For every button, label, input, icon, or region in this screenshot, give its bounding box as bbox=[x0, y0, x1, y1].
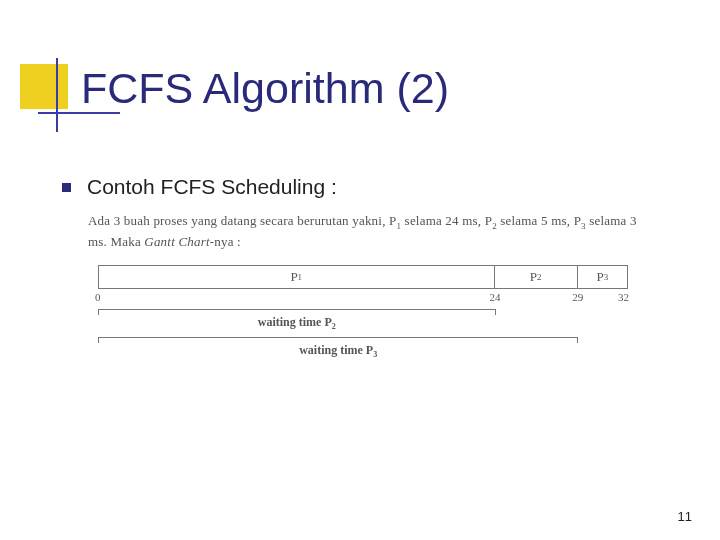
gantt-cell-label: P bbox=[530, 269, 537, 285]
slide-accent-square bbox=[20, 64, 68, 109]
wait-label-text: waiting time P bbox=[299, 343, 373, 357]
desc-part: selama 5 ms, P bbox=[497, 213, 581, 228]
desc-part: selama 24 ms, P bbox=[401, 213, 492, 228]
square-bullet-icon bbox=[62, 183, 71, 192]
gantt-cell-p1: P1 bbox=[99, 266, 495, 288]
slide-accent-line-vertical bbox=[56, 58, 58, 132]
waiting-time-p2: waiting time P2 bbox=[98, 309, 496, 331]
desc-part: -nya : bbox=[210, 234, 241, 249]
axis-tick: 0 bbox=[95, 291, 101, 303]
wait-label-text: waiting time P bbox=[258, 315, 332, 329]
content-block: Ada 3 buah proses yang datang secara ber… bbox=[88, 212, 648, 359]
waiting-times: waiting time P2 waiting time P3 bbox=[98, 309, 648, 359]
axis-tick: 32 bbox=[618, 291, 629, 303]
gantt-cell-p3: P3 bbox=[578, 266, 627, 288]
waiting-label: waiting time P2 bbox=[98, 315, 496, 331]
gantt-axis: 0 24 29 32 bbox=[98, 289, 628, 303]
bullet-text: Contoh FCFS Scheduling : bbox=[87, 175, 337, 199]
gantt-cell-sub: 3 bbox=[604, 272, 609, 282]
gantt-row: P1 P2 P3 bbox=[98, 265, 628, 289]
axis-tick: 29 bbox=[572, 291, 583, 303]
wait-label-sub: 3 bbox=[373, 351, 377, 360]
description-text: Ada 3 buah proses yang datang secara ber… bbox=[88, 212, 648, 251]
gantt-cell-sub: 2 bbox=[537, 272, 542, 282]
slide-title: FCFS Algorithm (2) bbox=[81, 64, 449, 113]
desc-part: Ada 3 buah proses yang datang secara ber… bbox=[88, 213, 396, 228]
gantt-cell-label: P bbox=[596, 269, 603, 285]
gantt-cell-sub: 1 bbox=[298, 272, 303, 282]
waiting-label: waiting time P3 bbox=[98, 343, 578, 359]
waiting-time-p3: waiting time P3 bbox=[98, 337, 578, 359]
desc-italic: Gantt Chart bbox=[144, 234, 209, 249]
gantt-cell-p2: P2 bbox=[495, 266, 578, 288]
page-number: 11 bbox=[678, 509, 692, 524]
wait-label-sub: 2 bbox=[332, 323, 336, 332]
gantt-cell-label: P bbox=[290, 269, 297, 285]
axis-tick: 24 bbox=[490, 291, 501, 303]
gantt-chart: P1 P2 P3 0 24 29 32 bbox=[98, 265, 628, 303]
bullet-item: Contoh FCFS Scheduling : bbox=[62, 175, 337, 199]
